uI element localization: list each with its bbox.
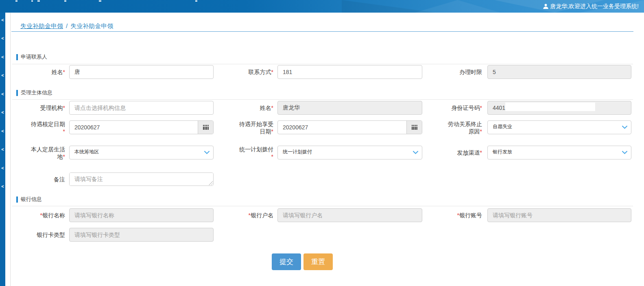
time-limit-input xyxy=(487,65,631,79)
remark-textarea[interactable] xyxy=(69,172,214,186)
section-divider xyxy=(12,99,633,100)
benefit-approval-date-label: 待遇核定日期* xyxy=(29,120,65,135)
calendar-button[interactable] xyxy=(198,121,213,134)
collapse-chevron-icon[interactable]: < xyxy=(0,36,5,41)
reset-button[interactable]: 重置 xyxy=(303,253,333,270)
termination-reason-label: 劳动关系终止原因* xyxy=(446,120,482,135)
calendar-button[interactable] xyxy=(406,121,422,134)
topbar-clipped-text-decoration xyxy=(195,0,197,2)
benefit-start-date-label: 待遇开始享受日期* xyxy=(238,120,273,135)
contact-label: 联系方式* xyxy=(238,65,273,79)
topbar-clipped-text-decoration xyxy=(99,0,101,2)
chevron-down-icon xyxy=(622,126,627,129)
welcome-text: 唐龙华,欢迎进入统一业务受理系统! xyxy=(550,3,639,10)
collapse-sidebar[interactable]: < < < < < < < < < < xyxy=(0,13,5,286)
residence-label: 本人定居生活地* xyxy=(29,146,65,160)
calendar-grid-icon xyxy=(412,125,417,130)
breadcrumb: 失业补助金申领/失业补助金申领 xyxy=(20,22,113,30)
agency-label: 受理机构* xyxy=(29,101,65,115)
benefit-approval-date-field xyxy=(69,120,214,134)
section-bank-info: 银行信息 xyxy=(16,196,42,203)
required-mark: * xyxy=(63,128,65,135)
person-name-input xyxy=(277,101,422,115)
topbar-clipped-text-decoration xyxy=(15,0,17,2)
contact-input[interactable] xyxy=(277,65,422,79)
bank-name-input xyxy=(69,208,214,222)
topbar-clipped-text-decoration xyxy=(64,0,66,2)
section-divider xyxy=(12,64,633,64)
collapse-chevron-icon[interactable]: < xyxy=(0,55,5,59)
agency-input[interactable] xyxy=(69,101,214,115)
chevron-down-icon xyxy=(622,151,627,154)
collapse-chevron-icon[interactable]: < xyxy=(0,184,5,189)
topbar-clipped-text-decoration xyxy=(31,0,33,2)
section-bar-icon xyxy=(16,54,18,60)
bank-account-label: *银行账号 xyxy=(446,208,482,222)
collapse-chevron-icon[interactable]: < xyxy=(0,129,5,133)
chevron-down-icon xyxy=(204,151,210,154)
unified-payment-select[interactable]: 统一计划拨付 xyxy=(277,146,422,159)
chevron-down-icon xyxy=(413,151,418,154)
required-mark: * xyxy=(271,128,273,135)
section-bar-icon xyxy=(16,90,18,96)
collapse-chevron-icon[interactable]: < xyxy=(0,166,5,170)
collapse-chevron-icon[interactable]: < xyxy=(0,110,5,115)
name-label: 姓名* xyxy=(29,65,65,79)
bank-card-type-label: 银行卡类型 xyxy=(29,228,65,242)
user-icon xyxy=(543,3,549,9)
required-mark: * xyxy=(480,128,482,135)
section-bar-icon xyxy=(16,196,18,203)
payment-channel-label: 发放渠道* xyxy=(446,146,482,159)
person-name-label: 姓名* xyxy=(238,101,273,115)
submit-button[interactable]: 提交 xyxy=(272,253,301,270)
id-number-label: 身份证号码* xyxy=(446,101,482,115)
residence-select[interactable]: 本统筹地区 xyxy=(69,146,214,159)
benefit-start-date-field xyxy=(277,120,422,134)
unified-payment-label: 统一计划拨付* xyxy=(238,146,273,160)
collapse-chevron-icon[interactable]: < xyxy=(0,92,5,96)
breadcrumb-parent-link[interactable]: 失业补助金申领 xyxy=(20,22,63,29)
time-limit-label: 办理时限 xyxy=(446,65,482,79)
payment-channel-select[interactable]: 银行发放 xyxy=(487,146,631,159)
topbar-facet-decoration xyxy=(342,0,435,13)
redaction-overlay xyxy=(505,103,595,111)
required-mark: * xyxy=(271,105,273,111)
required-mark: * xyxy=(271,153,273,160)
breadcrumb-current[interactable]: 失业补助金申领 xyxy=(70,22,113,29)
breadcrumb-rule xyxy=(11,31,633,32)
required-mark: * xyxy=(271,69,273,75)
bank-name-label: *银行名称 xyxy=(29,208,65,222)
termination-reason-select[interactable]: 自愿失业 xyxy=(487,120,631,134)
remark-label: 备注 xyxy=(29,172,65,186)
breadcrumb-separator: / xyxy=(66,22,68,29)
bank-card-type-input xyxy=(69,228,214,242)
benefit-approval-date-input[interactable] xyxy=(69,120,214,134)
required-mark: * xyxy=(480,105,482,111)
section-applicant-contact: 申请联系人 xyxy=(16,54,47,60)
topbar-facet-decoration xyxy=(415,0,500,13)
main-content: 失业补助金申领/失业补助金申领 申请联系人 姓名* 联系方式* 办理时限 受理主… xyxy=(11,13,644,286)
form-actions: 提交 重置 xyxy=(272,253,333,270)
section-title: 受理主体信息 xyxy=(21,89,52,96)
required-mark: * xyxy=(63,105,65,111)
collapse-chevron-icon[interactable]: < xyxy=(0,73,5,78)
collapse-chevron-icon[interactable]: < xyxy=(0,18,5,22)
name-input[interactable] xyxy=(69,65,214,79)
section-title: 银行信息 xyxy=(21,196,42,203)
remark-field xyxy=(69,172,214,186)
section-subject-info: 受理主体信息 xyxy=(16,90,52,96)
bank-account-input xyxy=(487,208,631,222)
bank-holder-input xyxy=(277,208,422,222)
id-number-field xyxy=(487,101,631,115)
calendar-grid-icon xyxy=(203,125,209,130)
bank-holder-label: *银行户名 xyxy=(238,208,273,222)
required-mark: * xyxy=(63,69,65,75)
section-title: 申请联系人 xyxy=(21,53,47,61)
topbar: 唐龙华,欢迎进入统一业务受理系统! xyxy=(0,0,644,13)
collapse-chevron-icon[interactable]: < xyxy=(0,147,5,152)
benefit-start-date-input[interactable] xyxy=(277,120,422,134)
topbar-clipped-text-decoration xyxy=(37,0,40,2)
required-mark: * xyxy=(63,153,65,160)
welcome-message: 唐龙华,欢迎进入统一业务受理系统! xyxy=(543,0,639,13)
section-divider xyxy=(12,206,633,206)
